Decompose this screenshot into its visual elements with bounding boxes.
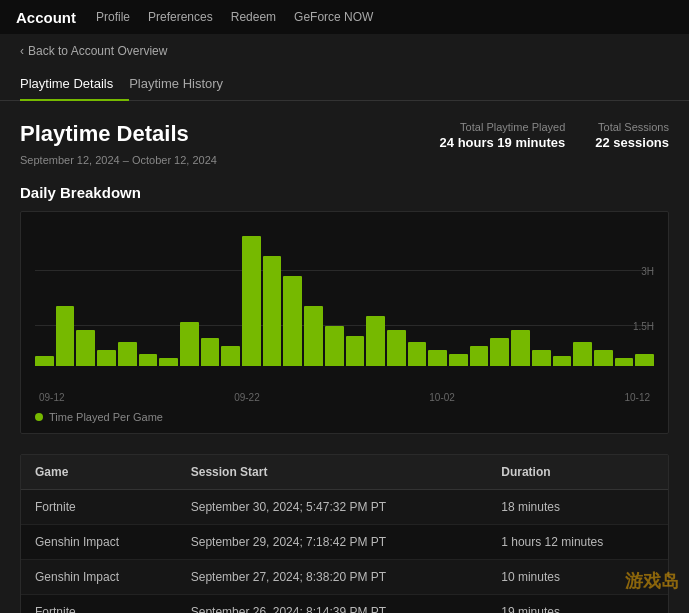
cell-game-2: Genshin Impact [21, 560, 177, 595]
bar-11 [263, 256, 282, 366]
table-header-row: Game Session Start Duration [21, 455, 668, 490]
cell-game-0: Fortnite [21, 490, 177, 525]
cell-start-0: September 30, 2024; 5:47:32 PM PT [177, 490, 488, 525]
bar-9 [221, 346, 240, 366]
back-link[interactable]: ‹ Back to Account Overview [0, 34, 689, 68]
x-label-3: 10-12 [624, 392, 650, 403]
chart-container: 3H 1.5H 09-12 09-22 10-02 10-12 Time Pla… [20, 211, 669, 434]
total-playtime-label: Total Playtime Played [440, 121, 566, 133]
total-sessions-value: 22 sessions [595, 135, 669, 150]
bar-16 [366, 316, 385, 366]
date-range: September 12, 2024 – October 12, 2024 [20, 154, 669, 166]
bar-3 [97, 350, 116, 366]
bar-24 [532, 350, 551, 366]
cell-start-3: September 26, 2024; 8:14:39 PM PT [177, 595, 488, 614]
bar-1 [56, 306, 75, 366]
bar-28 [615, 358, 634, 366]
total-sessions-label: Total Sessions [595, 121, 669, 133]
col-duration: Duration [487, 455, 668, 490]
nav-link-redeem[interactable]: Redeem [231, 10, 276, 24]
nav-brand: Account [16, 9, 76, 26]
bar-2 [76, 330, 95, 366]
bar-25 [553, 356, 572, 366]
tab-playtime-details[interactable]: Playtime Details [20, 68, 129, 101]
chart-bars [35, 226, 654, 366]
sessions-table-container: Game Session Start Duration FortniteSept… [20, 454, 669, 613]
chart-legend: Time Played Per Game [35, 411, 654, 423]
legend-label: Time Played Per Game [49, 411, 163, 423]
bar-17 [387, 330, 406, 366]
bar-15 [346, 336, 365, 366]
cell-game-3: Fortnite [21, 595, 177, 614]
table-body: FortniteSeptember 30, 2024; 5:47:32 PM P… [21, 490, 668, 614]
cell-start-1: September 29, 2024; 7:18:42 PM PT [177, 525, 488, 560]
table-row: FortniteSeptember 30, 2024; 5:47:32 PM P… [21, 490, 668, 525]
chart-x-labels: 09-12 09-22 10-02 10-12 [35, 392, 654, 403]
page-header: Playtime Details Total Playtime Played 2… [20, 121, 669, 150]
nav-links: Profile Preferences Redeem GeForce NOW [96, 10, 373, 24]
total-playtime-value: 24 hours 19 minutes [440, 135, 566, 150]
bar-10 [242, 236, 261, 366]
legend-dot [35, 413, 43, 421]
tabs-bar: Playtime Details Playtime History [0, 68, 689, 101]
bar-6 [159, 358, 178, 366]
chart-area: 3H 1.5H [35, 226, 654, 386]
nav-link-profile[interactable]: Profile [96, 10, 130, 24]
bar-23 [511, 330, 530, 366]
section-title: Daily Breakdown [20, 184, 669, 201]
page-stats: Total Playtime Played 24 hours 19 minute… [440, 121, 669, 150]
table-row: FortniteSeptember 26, 2024; 8:14:39 PM P… [21, 595, 668, 614]
top-nav: Account Profile Preferences Redeem GeFor… [0, 0, 689, 34]
bar-5 [139, 354, 158, 366]
total-sessions-stat: Total Sessions 22 sessions [595, 121, 669, 150]
bar-26 [573, 342, 592, 366]
cell-start-2: September 27, 2024; 8:38:20 PM PT [177, 560, 488, 595]
table-row: Genshin ImpactSeptember 29, 2024; 7:18:4… [21, 525, 668, 560]
bar-21 [470, 346, 489, 366]
back-link-label: Back to Account Overview [28, 44, 167, 58]
bar-18 [408, 342, 427, 366]
back-chevron-icon: ‹ [20, 44, 24, 58]
main-content: Playtime Details Total Playtime Played 2… [0, 101, 689, 613]
bar-8 [201, 338, 220, 366]
table-head: Game Session Start Duration [21, 455, 668, 490]
bar-4 [118, 342, 137, 366]
total-playtime-stat: Total Playtime Played 24 hours 19 minute… [440, 121, 566, 150]
bar-12 [283, 276, 302, 366]
bar-29 [635, 354, 654, 366]
nav-link-geforcenow[interactable]: GeForce NOW [294, 10, 373, 24]
bar-0 [35, 356, 54, 366]
bar-14 [325, 326, 344, 366]
x-label-2: 10-02 [429, 392, 455, 403]
col-session-start: Session Start [177, 455, 488, 490]
table-row: Genshin ImpactSeptember 27, 2024; 8:38:2… [21, 560, 668, 595]
daily-breakdown-section: Daily Breakdown 3H 1.5H 09-12 09-22 10-0… [20, 184, 669, 434]
bar-7 [180, 322, 199, 366]
bar-19 [428, 350, 447, 366]
nav-link-preferences[interactable]: Preferences [148, 10, 213, 24]
cell-duration-0: 18 minutes [487, 490, 668, 525]
bar-22 [490, 338, 509, 366]
cell-duration-1: 1 hours 12 minutes [487, 525, 668, 560]
bar-27 [594, 350, 613, 366]
tab-playtime-history[interactable]: Playtime History [129, 68, 239, 101]
page-title: Playtime Details [20, 121, 189, 147]
x-label-0: 09-12 [39, 392, 65, 403]
bar-13 [304, 306, 323, 366]
col-game: Game [21, 455, 177, 490]
sessions-table: Game Session Start Duration FortniteSept… [21, 455, 668, 613]
cell-game-1: Genshin Impact [21, 525, 177, 560]
bar-20 [449, 354, 468, 366]
page-title-block: Playtime Details [20, 121, 189, 147]
cell-duration-3: 19 minutes [487, 595, 668, 614]
cell-duration-2: 10 minutes [487, 560, 668, 595]
x-label-1: 09-22 [234, 392, 260, 403]
